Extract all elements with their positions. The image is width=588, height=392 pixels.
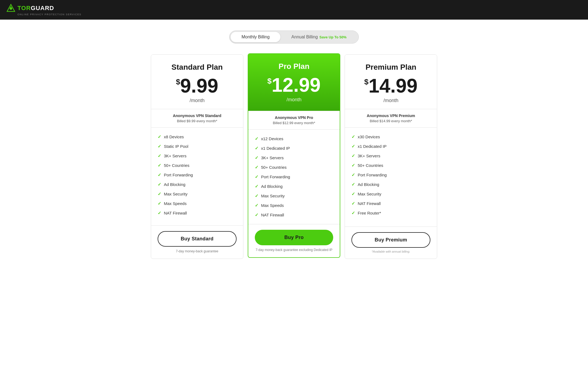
feature-item: ✓ NAT Firewall	[255, 210, 333, 220]
billed-text-standard: Billed $9.99 every month*	[158, 119, 237, 123]
feature-text: Static IP Pool	[164, 144, 188, 149]
buy-button-pro[interactable]: Buy Pro	[255, 230, 333, 245]
plan-body-premium: Anonymous VPN Premium Billed $14.99 ever…	[345, 109, 437, 127]
feature-item: ✓ Ad Blocking	[158, 180, 237, 189]
logo: TORGUARD ONLINE PRIVACY PROTECTION SERVI…	[7, 4, 81, 16]
feature-text: Max Speeds	[261, 203, 284, 208]
check-icon: ✓	[158, 153, 161, 158]
feature-item: ✓ x1 Dedicated IP	[255, 143, 333, 153]
monthly-billing-label: Monthly Billing	[241, 35, 270, 39]
feature-text: Ad Blocking	[261, 184, 283, 189]
price-amount-premium: 14.99	[369, 76, 418, 96]
billed-text-premium: Billed $14.99 every month*	[351, 119, 430, 123]
monthly-billing-option[interactable]: Monthly Billing	[231, 32, 280, 42]
check-icon: ✓	[351, 163, 355, 168]
feature-text: 50+ Countries	[164, 163, 189, 168]
feature-text: 3K+ Servers	[261, 155, 284, 160]
feature-item: ✓ Max Security	[255, 191, 333, 201]
price-period-standard: /month	[157, 98, 238, 103]
billing-toggle: Monthly Billing Annual Billing Save Up T…	[229, 30, 359, 44]
feature-item: ✓ Ad Blocking	[351, 180, 430, 189]
feature-item: ✓ 50+ Countries	[158, 161, 237, 170]
feature-item: ✓ x8 Devices	[158, 132, 237, 142]
price-dollar-premium: $	[364, 78, 369, 86]
features-list-standard: ✓ x8 Devices ✓ Static IP Pool ✓ 3K+ Serv…	[151, 127, 243, 225]
annual-save-badge: Save Up To 50%	[319, 35, 346, 39]
feature-item: ✓ x30 Devices	[351, 132, 430, 142]
logo-subtitle: ONLINE PRIVACY PROTECTION SERVICES	[17, 13, 81, 16]
feature-item: ✓ NAT Firewall	[158, 208, 237, 218]
plan-name-pro: Pro Plan	[254, 62, 334, 71]
plan-card-pro: Pro Plan $ 12.99 /month Anonymous VPN Pr…	[248, 53, 340, 258]
feature-text: Port Forwarding	[358, 173, 387, 177]
note-text-premium: *Available with annual billing.	[351, 250, 430, 253]
feature-text: Max Security	[261, 194, 285, 198]
feature-text: x30 Devices	[358, 134, 380, 139]
check-icon: ✓	[351, 144, 355, 149]
annual-billing-option[interactable]: Annual Billing Save Up To 50%	[280, 32, 357, 42]
annual-billing-label: Annual Billing	[291, 35, 318, 39]
plan-card-standard: Standard Plan $ 9.99 /month Anonymous VP…	[151, 54, 243, 259]
feature-text: x12 Devices	[261, 136, 283, 141]
check-icon: ✓	[351, 153, 355, 158]
guarantee-text-standard: 7-day money-back guarantee	[158, 249, 237, 253]
logo-text: TORGUARD	[17, 5, 54, 12]
price-period-premium: /month	[350, 98, 431, 103]
feature-text: Port Forwarding	[164, 173, 193, 177]
check-icon: ✓	[255, 174, 258, 179]
feature-text: Max Speeds	[164, 201, 186, 206]
price-amount-pro: 12.99	[272, 75, 321, 95]
feature-text: x1 Dedicated IP	[358, 144, 387, 149]
feature-text: Port Forwarding	[261, 174, 290, 179]
main-content: Monthly Billing Annual Billing Save Up T…	[0, 20, 588, 392]
svg-point-1	[10, 7, 12, 10]
check-icon: ✓	[255, 193, 258, 198]
feature-text: NAT Firewall	[358, 201, 381, 206]
check-icon: ✓	[255, 212, 258, 218]
feature-text: x1 Dedicated IP	[261, 146, 290, 151]
feature-text: x8 Devices	[164, 134, 184, 139]
feature-text: 3K+ Servers	[164, 154, 186, 158]
feature-item: ✓ x12 Devices	[255, 134, 333, 143]
plan-price-standard: $ 9.99	[157, 76, 238, 96]
check-icon: ✓	[255, 184, 258, 189]
feature-item: ✓ 50+ Countries	[255, 163, 333, 172]
site-header: TORGUARD ONLINE PRIVACY PROTECTION SERVI…	[0, 0, 588, 20]
feature-text: Free Router*	[358, 211, 381, 215]
price-dollar-standard: $	[176, 78, 180, 86]
feature-item: ✓ x1 Dedicated IP	[351, 142, 430, 151]
plan-name-standard: Standard Plan	[157, 63, 238, 72]
plan-cta-premium: Buy Premium *Available with annual billi…	[345, 226, 437, 259]
product-name-standard: Anonymous VPN Standard	[158, 114, 237, 118]
check-icon: ✓	[255, 165, 258, 170]
feature-item: ✓ Max Speeds	[255, 201, 333, 210]
plans-container: Standard Plan $ 9.99 /month Anonymous VP…	[144, 54, 444, 259]
feature-text: Max Security	[164, 192, 188, 196]
feature-item: ✓ Ad Blocking	[255, 182, 333, 191]
check-icon: ✓	[351, 191, 355, 197]
feature-text: 50+ Countries	[261, 165, 287, 170]
plan-header-premium: Premium Plan $ 14.99 /month	[345, 55, 437, 109]
plan-header-pro: Pro Plan $ 12.99 /month	[248, 54, 340, 111]
check-icon: ✓	[158, 201, 161, 206]
plan-body-pro: Anonymous VPN Pro Billed $12.99 every mo…	[248, 111, 340, 129]
feature-item: ✓ 3K+ Servers	[351, 151, 430, 161]
feature-text: Ad Blocking	[358, 182, 379, 187]
check-icon: ✓	[255, 155, 258, 160]
buy-button-standard[interactable]: Buy Standard	[158, 231, 237, 247]
check-icon: ✓	[158, 163, 161, 168]
check-icon: ✓	[158, 144, 161, 149]
plan-price-premium: $ 14.99	[350, 76, 431, 96]
check-icon: ✓	[255, 136, 258, 141]
billed-text-pro: Billed $12.99 every month*	[255, 121, 333, 125]
check-icon: ✓	[351, 201, 355, 206]
check-icon: ✓	[351, 172, 355, 177]
feature-item: ✓ Max Security	[158, 189, 237, 199]
plan-cta-pro: Buy Pro 7-day money-back guarantee exclu…	[248, 224, 340, 257]
plan-header-standard: Standard Plan $ 9.99 /month	[151, 55, 243, 109]
buy-button-premium[interactable]: Buy Premium	[351, 232, 430, 248]
check-icon: ✓	[158, 191, 161, 197]
price-amount-standard: 9.99	[180, 76, 218, 96]
feature-text: NAT Firewall	[261, 213, 284, 217]
feature-item: ✓ Max Speeds	[158, 199, 237, 208]
